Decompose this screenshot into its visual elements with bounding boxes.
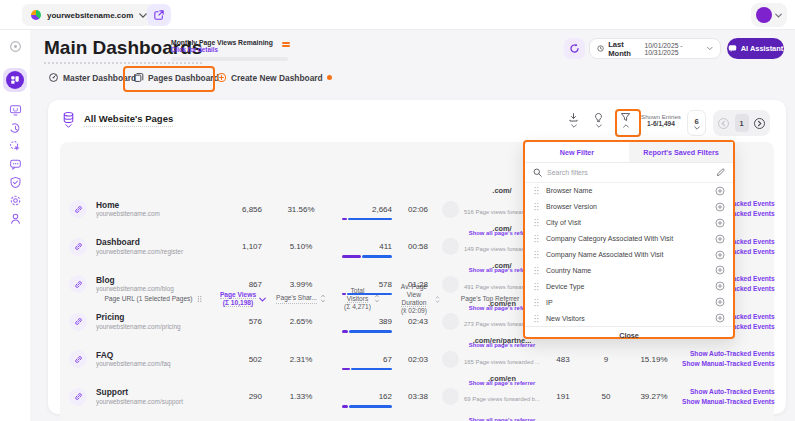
table-row[interactable]: Supportyourwebsitename.com/support 290 1… [60,366,774,404]
visitors-icon [9,104,22,117]
sidebar-item-account[interactable] [5,208,25,228]
quota-indicator-icon [282,42,290,48]
filter-option[interactable]: Company Name Associated With Visit [525,247,733,263]
referrer-favicon [442,388,459,405]
workspace-icon[interactable] [5,36,25,56]
site-favicon-icon [31,10,41,20]
add-filter-icon[interactable] [715,297,725,307]
click-events-icon [9,140,22,153]
site-name: yourwebsitename.com [47,11,133,20]
filter-option[interactable]: IP [525,294,733,310]
recordings-icon [9,122,22,135]
page-link-icon[interactable] [69,388,87,406]
filter-option[interactable]: Device Type [525,278,733,294]
drag-handle-icon[interactable] [533,186,540,195]
show-manual-tracked-link[interactable]: Show Manual-Tracked Events [682,397,775,407]
sidebar-item-settings[interactable] [5,190,25,210]
page-link-icon[interactable] [69,275,87,293]
add-filter-icon[interactable] [715,186,725,196]
add-filter-icon[interactable] [715,202,725,212]
quota-progress-bar [171,57,288,61]
page-link-icon[interactable] [69,350,87,368]
tab-create-new-dashboard[interactable]: Create New Dashboard [216,72,332,83]
filter-search-row [525,163,733,183]
drag-handle-icon[interactable] [533,314,540,323]
site-selector[interactable]: yourwebsitename.com [22,4,156,26]
filter-panel-tabs: New Filter Report's Saved Filters [525,142,733,163]
sidebar-item-feedback[interactable] [5,154,25,174]
dashboards-icon [6,71,24,89]
download-icon [568,112,579,123]
add-filter-icon[interactable] [715,234,725,244]
open-site-button[interactable] [147,4,171,26]
sidebar-item-dashboards[interactable] [3,68,27,92]
add-filter-icon[interactable] [715,281,725,291]
quota-widget: Monthly Page Views Remaining Click for d… [171,39,291,61]
search-icon [533,168,542,177]
chevron-down-icon [775,13,782,18]
refresh-button[interactable] [564,38,585,59]
date-range-picker[interactable]: Last Month 10/01/2025 - 10/31/2025 [589,38,721,59]
sidebar-item-events[interactable] [5,136,25,156]
chevron-down-icon [596,124,602,128]
filter-option[interactable]: Browser Name [525,183,733,199]
chevron-down-icon [694,126,700,130]
filter-option[interactable]: Browser Version [525,199,733,215]
filter-option[interactable]: Country Name [525,262,733,278]
user-icon [9,212,22,225]
tab-new-filter[interactable]: New Filter [525,142,629,162]
drag-handle-icon[interactable] [533,266,540,275]
page-link-icon[interactable] [69,200,87,218]
tab-saved-filters[interactable]: Report's Saved Filters [629,142,733,162]
current-page[interactable]: 1 [735,114,749,132]
add-filter-icon[interactable] [715,265,725,275]
add-filter-icon[interactable] [715,218,725,228]
avatar [756,7,772,23]
plus-circle-icon [216,72,227,83]
show-referrers-link[interactable]: Show all page's referrer [469,417,536,421]
drag-handle-icon[interactable] [533,202,540,211]
pencil-icon[interactable] [716,168,725,177]
new-badge-dot [327,75,332,80]
page-link-icon[interactable] [69,313,87,331]
show-auto-tracked-link[interactable]: Show Auto-Tracked Events [682,387,775,397]
add-filter-icon[interactable] [715,250,725,260]
drag-handle-icon[interactable] [533,298,540,307]
export-button[interactable] [568,112,579,128]
pagination: 1 [713,110,770,136]
filter-option[interactable]: Company Category Associated With Visit [525,231,733,247]
drag-handle-icon[interactable] [533,234,540,243]
filter-option[interactable]: City of Visit [525,215,733,231]
ai-assistant-button[interactable]: AI Assistant [727,38,784,59]
table-menu-button[interactable] [62,111,75,128]
filter-options-list: Browser Name Browser Version City of Vis… [525,183,733,326]
chevron-down-icon [65,124,72,128]
add-filter-icon[interactable] [715,313,725,323]
external-link-icon [154,10,164,20]
drag-handle-icon[interactable] [533,250,540,259]
visitors-bar [342,255,392,258]
page-link-icon[interactable] [69,238,87,256]
filter-option[interactable]: New Visitors [525,310,733,326]
shield-check-icon [9,176,22,189]
show-auto-tracked-link[interactable]: Show Auto-Tracked Events [682,349,775,359]
filter-search-input[interactable] [547,169,711,176]
page-size-select[interactable]: 6 [687,110,706,136]
shown-entries: Shown Entries 1-6/1,494 [641,113,681,127]
insights-button[interactable] [593,112,604,128]
prev-page-button[interactable] [717,117,730,130]
feedback-icon [9,158,22,171]
quota-details-link[interactable]: Click for details [171,46,291,53]
top-bar: yourwebsitename.com [0,0,795,30]
drag-handle-icon[interactable] [533,218,540,227]
sidebar-nav [0,30,30,421]
filter-close-button[interactable]: Close [525,326,733,343]
next-page-button[interactable] [753,117,766,130]
user-menu[interactable] [751,3,787,27]
sidebar-item-privacy[interactable] [5,172,25,192]
sidebar-item-visitors[interactable] [5,100,25,120]
drag-handle-icon[interactable] [533,282,540,291]
database-icon [62,111,75,124]
show-manual-tracked-link[interactable]: Show Manual-Tracked Events [682,359,775,369]
sidebar-item-recordings[interactable] [5,118,25,138]
